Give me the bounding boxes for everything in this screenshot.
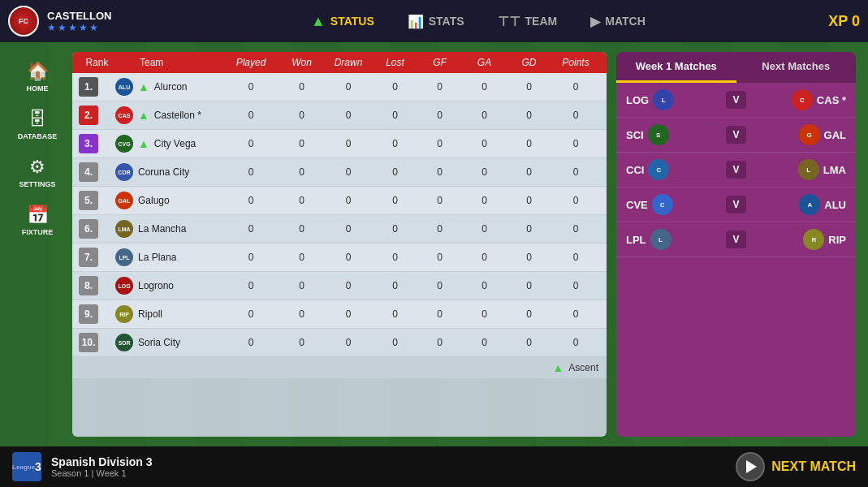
table-row[interactable]: 8. LOG Logrono 0 0 0 0 0 0 0 0 xyxy=(72,272,607,300)
lost-cell: 0 xyxy=(373,337,417,348)
lost-cell: 0 xyxy=(373,223,417,235)
league-icon: League 3 xyxy=(12,452,41,481)
gf-cell: 0 xyxy=(417,280,462,291)
table-row[interactable]: 10. SOR Soria City 0 0 0 0 0 0 0 0 xyxy=(72,329,607,357)
team-cell: GAL Galugo xyxy=(115,192,222,209)
rank-badge: 6. xyxy=(79,219,98,239)
match-row[interactable]: CCI C V LMA L xyxy=(616,153,856,187)
points-cell: 0 xyxy=(551,110,600,121)
bottom-league-info: Spanish Division 3 Season 1 | Week 1 xyxy=(51,455,152,478)
nav-match[interactable]: ▶ MATCH xyxy=(584,11,652,32)
matches-body: LOG L V CAS * C SCI S V GAL G CCI xyxy=(616,83,856,257)
next-match-button[interactable]: NEXT MATCH xyxy=(736,452,856,481)
won-cell: 0 xyxy=(279,337,324,348)
won-cell: 0 xyxy=(279,252,324,263)
gd-cell: 0 xyxy=(507,81,551,93)
table-row[interactable]: 7. LPL La Plana 0 0 0 0 0 0 0 0 xyxy=(72,244,607,272)
sidebar-item-settings[interactable]: ⚙ SETTINGS xyxy=(14,152,61,193)
table-row[interactable]: 9. RIP Ripoll 0 0 0 0 0 0 0 0 xyxy=(72,300,607,329)
gf-cell: 0 xyxy=(417,81,462,93)
sidebar-item-database[interactable]: 🗄 DATABASE xyxy=(14,104,61,145)
table-row[interactable]: 6. LMA La Mancha 0 0 0 0 0 0 0 0 xyxy=(72,215,607,244)
home-badge: C xyxy=(648,159,669,180)
team-badge: COR xyxy=(115,163,133,181)
points-cell: 0 xyxy=(551,337,600,348)
col-gf: GF xyxy=(417,57,462,68)
lost-cell: 0 xyxy=(373,280,417,291)
rank-cell: 1. xyxy=(79,77,115,97)
table-row[interactable]: 4. COR Coruna City 0 0 0 0 0 0 0 0 xyxy=(72,158,607,187)
sidebar-item-home[interactable]: 🏠 HOME xyxy=(14,56,61,97)
match-row[interactable]: SCI S V GAL G xyxy=(616,118,856,153)
home-badge: C xyxy=(652,194,673,215)
col-lost: Lost xyxy=(373,57,417,68)
drawn-cell: 0 xyxy=(324,252,373,263)
rank-badge: 8. xyxy=(79,276,98,295)
match-row[interactable]: CVE C V ALU A xyxy=(616,187,856,222)
drawn-cell: 0 xyxy=(324,223,373,235)
lost-cell: 0 xyxy=(373,308,417,320)
tab-next-matches[interactable]: Next Matches xyxy=(736,52,857,83)
played-cell: 0 xyxy=(222,337,279,348)
club-stars: ★ ★ ★ ★ ★ xyxy=(47,22,111,33)
gd-cell: 0 xyxy=(507,337,551,348)
points-cell: 0 xyxy=(551,138,600,149)
nav-match-label: MATCH xyxy=(605,15,646,28)
xp-display: XP 0 xyxy=(828,13,860,30)
ga-cell: 0 xyxy=(462,252,507,263)
table-row[interactable]: 1. ALU ▲ Alurcon 0 0 0 0 0 0 0 0 xyxy=(72,73,607,101)
table-row[interactable]: 5. GAL Galugo 0 0 0 0 0 0 0 0 xyxy=(72,187,607,215)
team-icon: ⊤⊤ xyxy=(498,14,520,29)
away-badge: L xyxy=(798,159,819,180)
rank-badge: 9. xyxy=(79,304,98,324)
gd-cell: 0 xyxy=(507,110,551,121)
ascent-icon: ▲ xyxy=(552,361,564,374)
match-away-team: GAL G xyxy=(789,124,846,145)
match-row[interactable]: LPL L V RIP R xyxy=(616,222,856,257)
team-badge: RIP xyxy=(115,305,133,323)
ga-cell: 0 xyxy=(462,81,507,93)
tab-week-matches[interactable]: Week 1 Matches xyxy=(616,52,736,83)
gf-cell: 0 xyxy=(417,166,462,178)
nav-stats[interactable]: 📊 STATS xyxy=(401,11,471,32)
sidebar: 🏠 HOME 🗄 DATABASE ⚙ SETTINGS 📅 FIXTURE xyxy=(12,52,63,437)
vs-label: V xyxy=(726,161,745,179)
won-cell: 0 xyxy=(279,195,324,206)
team-badge: GAL xyxy=(115,192,133,209)
won-cell: 0 xyxy=(279,138,324,149)
main-nav: ▲ STATUS 📊 STATS ⊤⊤ TEAM ▶ MATCH xyxy=(127,10,828,33)
lost-cell: 0 xyxy=(373,110,417,121)
home-team-abbr: LOG xyxy=(626,94,649,106)
table-row[interactable]: 3. CVG ▲ City Vega 0 0 0 0 0 0 0 0 xyxy=(72,130,607,158)
played-cell: 0 xyxy=(222,166,279,178)
team-badge: CAS xyxy=(115,106,133,124)
play-icon xyxy=(746,460,757,473)
match-home-team: LOG L xyxy=(626,89,683,110)
nav-team[interactable]: ⊤⊤ TEAM xyxy=(491,11,564,32)
team-name: Alurcon xyxy=(154,81,188,93)
nav-stats-label: STATS xyxy=(429,15,464,28)
table-row[interactable]: 2. CAS ▲ Castellon * 0 0 0 0 0 0 0 0 xyxy=(72,101,607,130)
league-number: 3 xyxy=(35,460,41,473)
bottom-bar: League 3 Spanish Division 3 Season 1 | W… xyxy=(0,446,868,487)
rank-badge: 10. xyxy=(79,333,98,352)
match-home-team: CVE C xyxy=(626,194,683,215)
gf-cell: 0 xyxy=(417,195,462,206)
nav-status[interactable]: ▲ STATUS xyxy=(304,10,381,33)
played-cell: 0 xyxy=(222,280,279,291)
match-icon: ▶ xyxy=(590,14,600,29)
match-row[interactable]: LOG L V CAS * C xyxy=(616,83,856,118)
season-info: Season 1 | Week 1 xyxy=(51,468,152,478)
home-team-abbr: CVE xyxy=(626,199,648,211)
lost-cell: 0 xyxy=(373,166,417,178)
ga-cell: 0 xyxy=(462,195,507,206)
vs-label: V xyxy=(726,196,745,213)
home-icon: 🏠 xyxy=(27,61,49,82)
team-name: Galugo xyxy=(138,195,170,206)
sidebar-item-fixture[interactable]: 📅 FIXTURE xyxy=(14,200,61,241)
team-name: Soria City xyxy=(138,337,180,348)
drawn-cell: 0 xyxy=(324,280,373,291)
ga-cell: 0 xyxy=(462,110,507,121)
rank-cell: 4. xyxy=(79,162,115,182)
vs-label: V xyxy=(726,91,745,109)
